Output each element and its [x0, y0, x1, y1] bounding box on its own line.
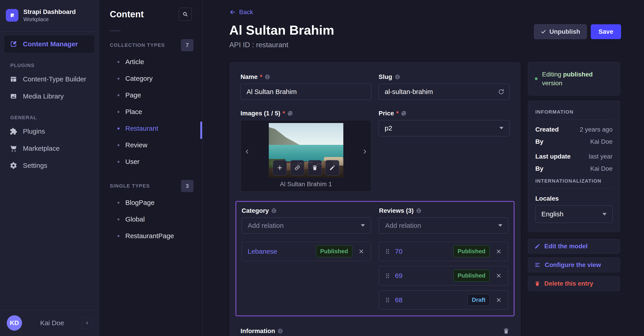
- trash-icon: [312, 165, 318, 171]
- search-button[interactable]: [179, 8, 192, 21]
- sidebar-item-content-type-builder[interactable]: Content-Type Builder: [4, 71, 94, 88]
- refresh-icon: [498, 88, 504, 95]
- subnav-item-page[interactable]: Page: [99, 87, 202, 103]
- divider: [0, 31, 99, 32]
- cart-icon: [10, 144, 18, 152]
- locale-select[interactable]: English: [535, 205, 612, 223]
- close-icon: [496, 273, 502, 279]
- globe-icon: [277, 328, 283, 334]
- subnav-item-place[interactable]: Place: [99, 103, 202, 120]
- copy-link-button[interactable]: [290, 160, 304, 176]
- drag-handle-icon[interactable]: [385, 297, 390, 303]
- status-badge: Published: [453, 270, 490, 282]
- collapse-sidebar-button[interactable]: [82, 317, 92, 328]
- pencil-icon: [329, 165, 336, 171]
- bullet-icon: [118, 78, 120, 80]
- remove-relation-button[interactable]: [494, 271, 503, 280]
- relation-link[interactable]: Lebanese: [248, 248, 312, 255]
- sidebar-item-label: Plugins: [23, 127, 45, 135]
- add-image-button[interactable]: [273, 160, 287, 176]
- chevron-down-icon: [361, 224, 365, 227]
- divider: [535, 119, 612, 120]
- drag-handle-icon[interactable]: [385, 273, 390, 279]
- drag-handle-icon[interactable]: [385, 249, 390, 254]
- workspace-title: Strapi Dashboard: [23, 8, 76, 16]
- info-row: Last update last year: [535, 153, 612, 160]
- name-label: Name: [240, 73, 258, 81]
- entry-form-card: Name* Slug: [229, 62, 521, 336]
- info-row: By Kai Doe: [535, 165, 612, 172]
- delete-component-button[interactable]: [503, 328, 510, 334]
- section-title-single-types: SINGLE TYPES: [110, 183, 150, 189]
- relation-link[interactable]: 68: [395, 296, 463, 304]
- sidebar-item-label: Media Library: [23, 92, 64, 100]
- regenerate-slug-button[interactable]: [498, 88, 504, 95]
- globe-slash-icon: [287, 110, 293, 116]
- puzzle-icon: [10, 127, 18, 135]
- remove-relation-button[interactable]: [494, 295, 503, 304]
- carousel-previous-button[interactable]: [244, 148, 250, 155]
- edit-model-button[interactable]: Edit the model: [528, 239, 620, 254]
- subnav-item-article[interactable]: Article: [99, 54, 202, 70]
- check-icon: [540, 29, 546, 35]
- divider: [110, 31, 120, 31]
- scrollbar-thumb[interactable]: [200, 121, 202, 139]
- bullet-icon: [118, 94, 120, 96]
- reviews-label: Reviews (3): [379, 207, 414, 214]
- unpublish-button[interactable]: Unpublish: [534, 24, 587, 39]
- remove-relation-button[interactable]: [494, 247, 503, 256]
- version-status-box: Editing published version: [528, 62, 620, 95]
- edit-image-button[interactable]: [325, 160, 339, 176]
- remove-relation-button[interactable]: [357, 247, 366, 256]
- category-add-relation-select[interactable]: Add relation: [242, 218, 371, 234]
- save-button[interactable]: Save: [591, 24, 621, 39]
- subnav-item-global[interactable]: Global: [99, 211, 202, 228]
- subnav-item-restaurantpage[interactable]: RestaurantPage: [99, 228, 202, 244]
- subnav-item-user[interactable]: User: [99, 153, 202, 170]
- bullet-icon: [118, 235, 120, 237]
- sidebar-item-marketplace[interactable]: Marketplace: [4, 140, 94, 157]
- subnav-item-restaurant[interactable]: Restaurant: [99, 120, 202, 137]
- avatar: KD: [7, 315, 22, 330]
- restaurant-photo[interactable]: [269, 123, 343, 178]
- bullet-icon: [118, 111, 120, 113]
- close-icon: [496, 248, 502, 255]
- reviews-add-relation-select[interactable]: Add relation: [379, 218, 508, 234]
- relation-link[interactable]: 70: [395, 248, 449, 255]
- delete-entry-button[interactable]: Delete this entry: [528, 276, 620, 291]
- relations-zone: Category Add relation: [236, 201, 514, 316]
- subnav-item-blogpage[interactable]: BlogPage: [99, 194, 202, 211]
- back-link[interactable]: Back: [229, 9, 253, 16]
- relation-item: 69 Published: [379, 266, 508, 285]
- trash-icon: [534, 281, 540, 286]
- sidebar-item-content-manager[interactable]: Content Manager: [4, 36, 94, 53]
- section-title-collection-types: COLLECTION TYPES: [110, 42, 165, 48]
- sidebar-item-media-library[interactable]: Media Library: [4, 88, 94, 105]
- bullet-icon: [118, 202, 120, 204]
- bullet-icon: [118, 144, 120, 146]
- sidebar-item-plugins[interactable]: Plugins: [4, 123, 94, 140]
- relation-link[interactable]: 69: [395, 272, 449, 280]
- carousel-next-button[interactable]: [362, 148, 368, 155]
- image-caption: Al Sultan Brahim 1: [241, 181, 371, 188]
- plus-icon: [276, 164, 283, 171]
- list-icon: [534, 262, 541, 268]
- slug-input[interactable]: [378, 84, 510, 100]
- globe-icon: [416, 208, 422, 214]
- name-input[interactable]: [240, 84, 372, 100]
- workspace-subtitle: Workplace: [23, 16, 76, 23]
- bullet-icon: [118, 61, 120, 63]
- subnav-item-review[interactable]: Review: [99, 137, 202, 153]
- strapi-app: Strapi Dashboard Workplace Content Manag…: [0, 0, 644, 336]
- subnav-item-category[interactable]: Category: [99, 70, 202, 87]
- sidebar-item-settings[interactable]: Settings: [4, 157, 94, 174]
- delete-image-button[interactable]: [308, 160, 322, 176]
- price-label: Price: [378, 110, 394, 117]
- workspace-brand[interactable]: Strapi Dashboard Workplace: [0, 0, 99, 30]
- info-row: By Kai Doe: [535, 138, 612, 145]
- arrow-left-icon: [229, 9, 236, 16]
- bullet-icon: [118, 127, 120, 129]
- price-select[interactable]: p2: [378, 120, 510, 136]
- page-title: Al Sultan Brahim: [229, 23, 334, 37]
- configure-view-button[interactable]: Configure the view: [528, 258, 620, 272]
